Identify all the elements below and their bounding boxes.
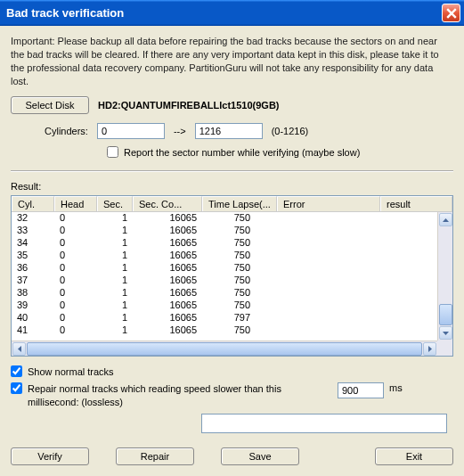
col-result[interactable]: result (380, 196, 452, 211)
verify-button[interactable]: Verify (11, 447, 89, 465)
table-body: 3201160657503301160657503401160657503501… (12, 212, 437, 341)
cylinder-range: (0-1216) (272, 126, 309, 136)
col-cyl[interactable]: Cyl. (12, 196, 54, 211)
table-row[interactable]: 370116065750 (12, 275, 437, 287)
table-row[interactable]: 410116065750 (12, 324, 437, 337)
divider (11, 170, 453, 172)
close-button[interactable] (442, 4, 460, 22)
col-time-lapse[interactable]: Time Lapse(... (202, 196, 277, 211)
cylinders-label: Cylinders: (45, 126, 88, 136)
cell-result (380, 300, 437, 312)
repair-normal-label: Repair normal tracks which reading speed… (28, 382, 332, 408)
table-row[interactable]: 340116065750 (12, 237, 437, 250)
title-text: Bad track verification (6, 6, 442, 20)
scroll-thumb[interactable] (439, 304, 452, 325)
table-row[interactable]: 360116065750 (12, 262, 437, 275)
chevron-down-icon (443, 332, 449, 335)
scroll-left-button[interactable] (12, 342, 26, 356)
cell-head: 0 (54, 225, 97, 237)
ms-unit: ms (389, 382, 403, 393)
col-head[interactable]: Head (54, 196, 97, 211)
exit-button[interactable]: Exit (375, 447, 453, 465)
cell-error (277, 324, 380, 337)
table-row[interactable]: 350116065750 (12, 250, 437, 262)
cell-error (277, 300, 380, 312)
cell-cyl: 33 (12, 225, 54, 237)
cell-cyl: 38 (12, 287, 54, 300)
cell-error (277, 237, 380, 250)
cell-time: 797 (202, 312, 277, 324)
cell-result (380, 225, 437, 237)
cell-sec: 1 (97, 275, 133, 287)
cell-error (277, 287, 380, 300)
table-row[interactable]: 380116065750 (12, 287, 437, 300)
cell-cyl: 41 (12, 324, 54, 337)
cell-cyl: 39 (12, 300, 54, 312)
cell-sec: 1 (97, 262, 133, 275)
show-normal-checkbox[interactable] (11, 365, 22, 377)
select-disk-button[interactable]: Select Disk (11, 96, 89, 114)
cell-head: 0 (54, 300, 97, 312)
repair-normal-checkbox[interactable] (11, 382, 22, 394)
cell-cyl: 37 (12, 275, 54, 287)
scroll-up-button[interactable] (439, 213, 452, 226)
repair-button[interactable]: Repair (116, 447, 194, 465)
table-row[interactable]: 330116065750 (12, 225, 437, 237)
col-sec-co[interactable]: Sec. Co... (133, 196, 202, 211)
close-icon (446, 8, 457, 19)
cell-result (380, 275, 437, 287)
cell-cyl: 32 (12, 212, 54, 225)
show-normal-label: Show normal tracks (28, 366, 114, 377)
chevron-up-icon (443, 218, 449, 222)
col-error[interactable]: Error (277, 196, 380, 211)
cell-time: 750 (202, 300, 277, 312)
scrollbar-corner (437, 341, 452, 356)
cell-cyl: 40 (12, 312, 54, 324)
result-label: Result: (11, 181, 453, 192)
cell-secCo: 16065 (133, 275, 202, 287)
cell-head: 0 (54, 287, 97, 300)
vertical-scrollbar[interactable] (437, 212, 452, 341)
cell-head: 0 (54, 237, 97, 250)
cell-time: 750 (202, 212, 277, 225)
cell-secCo: 16065 (133, 324, 202, 337)
cell-error (277, 275, 380, 287)
cell-error (277, 312, 380, 324)
hscroll-thumb[interactable] (27, 342, 422, 356)
warning-text: Important: Please backup all data before… (11, 35, 453, 87)
report-sector-checkbox[interactable] (107, 146, 118, 158)
cell-head: 0 (54, 250, 97, 262)
cell-result (380, 250, 437, 262)
table-row[interactable]: 320116065750 (12, 212, 437, 225)
arrow-label: --> (174, 126, 186, 136)
disk-name: HD2:QUANTUMFIREBALLlct1510(9GB) (98, 100, 280, 111)
save-button[interactable]: Save (221, 447, 299, 465)
cell-sec: 1 (97, 287, 133, 300)
cell-result (380, 324, 437, 337)
table-row[interactable]: 400116065797 (12, 312, 437, 324)
scroll-right-button[interactable] (423, 342, 436, 356)
table-header: Cyl. Head Sec. Sec. Co... Time Lapse(...… (12, 196, 452, 212)
cylinder-from-input[interactable] (97, 123, 165, 139)
cell-error (277, 225, 380, 237)
cell-cyl: 34 (12, 237, 54, 250)
cell-sec: 1 (97, 250, 133, 262)
cell-sec: 1 (97, 212, 133, 225)
cell-result (380, 262, 437, 275)
horizontal-scrollbar[interactable] (12, 341, 437, 356)
cell-head: 0 (54, 212, 97, 225)
col-sec[interactable]: Sec. (97, 196, 133, 211)
cell-sec: 1 (97, 312, 133, 324)
cell-sec: 1 (97, 300, 133, 312)
table-row[interactable]: 390116065750 (12, 300, 437, 312)
status-input[interactable] (201, 414, 447, 433)
result-table: Cyl. Head Sec. Sec. Co... Time Lapse(...… (11, 195, 453, 357)
cell-error (277, 212, 380, 225)
cylinder-to-input[interactable] (195, 123, 263, 139)
cell-secCo: 16065 (133, 287, 202, 300)
scroll-down-button[interactable] (439, 326, 452, 340)
cell-result (380, 212, 437, 225)
millisecond-input[interactable] (338, 382, 384, 398)
cell-sec: 1 (97, 237, 133, 250)
cell-time: 750 (202, 250, 277, 262)
